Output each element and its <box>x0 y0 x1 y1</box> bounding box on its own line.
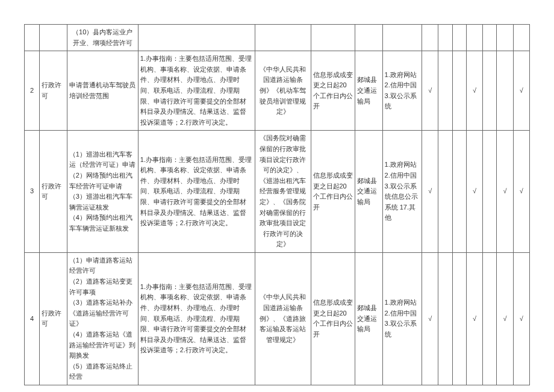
cell-items: （10）县内客运业户开业、增项经营许可 <box>67 25 138 51</box>
cell-num: 3 <box>25 131 40 253</box>
cell-law: 《中华人民共和国道路运输条例》、《道路旅客运输及客运站管理规定》 <box>255 252 311 385</box>
cell-type: 行政许可 <box>40 131 67 253</box>
table-row: 3 行政许可 （1）巡游出租汽车客运（经营许可证）申请 （2）网络预约出租汽车经… <box>25 131 530 253</box>
cell-check: √ <box>497 252 513 385</box>
cell-num: 4 <box>25 252 40 385</box>
cell-check: √ <box>466 131 482 253</box>
cell-check <box>483 131 497 253</box>
table-row: 2 行政许可 申请普通机动车驾驶员培训经营范围 1.办事指南：主要包括适用范围、… <box>25 51 530 131</box>
cell-check <box>483 51 497 131</box>
cell-guide <box>138 25 255 51</box>
cell-org: 郯城县交通运输局 <box>355 51 382 131</box>
cell-type: 行政许可 <box>40 252 67 385</box>
cell-check <box>466 25 482 51</box>
table-row: （10）县内客运业户开业、增项经营许可 <box>25 25 530 51</box>
cell-check: √ <box>497 131 513 253</box>
cell-check <box>497 51 513 131</box>
cell-type: 行政许可 <box>40 51 67 131</box>
cell-num <box>25 25 40 51</box>
cell-channel: 1.政府网站 2.信用中国 3.双公示系统 <box>382 252 422 385</box>
cell-check: √ <box>513 51 529 131</box>
cell-type <box>40 25 67 51</box>
cell-check <box>483 252 497 385</box>
cell-check: √ <box>466 51 482 131</box>
data-table: （10）县内客运业户开业、增项经营许可 2 行政许可 申请普通机动车驾驶员培训经… <box>24 24 530 385</box>
table-row: 4 行政许可 （1）申请道路客运站经营许可 （2）道路客运站变更许可事项 （3）… <box>25 252 530 385</box>
cell-guide: 1.办事指南：主要包括适用范围、受理机构、事项名称、设定依据、申请条件、办理材料… <box>138 131 255 253</box>
cell-items: （1）巡游出租汽车客运（经营许可证）申请 （2）网络预约出租汽车经营许可证申请 … <box>67 131 138 253</box>
cell-check: √ <box>466 252 482 385</box>
cell-check <box>438 252 452 385</box>
cell-time <box>311 25 355 51</box>
cell-check <box>438 25 452 51</box>
cell-check <box>438 131 452 253</box>
cell-org: 郯城县交通运输局 <box>355 131 382 253</box>
cell-check <box>438 51 452 131</box>
cell-check <box>452 252 466 385</box>
cell-check: √ <box>422 131 438 253</box>
cell-law: 《中华人民共和国道路运输条例》《机动车驾驶员培训管理规定》 <box>255 51 311 131</box>
cell-guide: 1.办事指南：主要包括适用范围、受理机构、事项名称、设定依据、申请条件、办理材料… <box>138 252 255 385</box>
cell-items: 申请普通机动车驾驶员培训经营范围 <box>67 51 138 131</box>
cell-time: 信息形成或变更之日起20个工作日内公开 <box>311 252 355 385</box>
cell-channel: 1.政府网站 2.信用中国 3.双公示系统 <box>382 51 422 131</box>
cell-channel <box>382 25 422 51</box>
cell-check <box>422 25 438 51</box>
cell-channel: 1.政府网站 2.信用中国 3.双公示系统信息公示系统 17.其他 <box>382 131 422 253</box>
cell-org: 郯城县交通运输局 <box>355 252 382 385</box>
cell-num: 2 <box>25 51 40 131</box>
cell-check <box>513 25 529 51</box>
cell-check <box>452 25 466 51</box>
cell-items: （1）申请道路客运站经营许可 （2）道路客运站变更许可事项 （3）道路客运站补办… <box>67 252 138 385</box>
document-page: （10）县内客运业户开业、增项经营许可 2 行政许可 申请普通机动车驾驶员培训经… <box>0 0 554 392</box>
cell-check <box>452 131 466 253</box>
cell-check <box>452 51 466 131</box>
cell-time: 信息形成或变更之日起20个工作日内公开 <box>311 131 355 253</box>
cell-check: √ <box>422 51 438 131</box>
cell-guide: 1.办事指南：主要包括适用范围、受理机构、事项名称、设定依据、申请条件、办理材料… <box>138 51 255 131</box>
cell-check: √ <box>513 131 529 253</box>
cell-law: 《国务院对确需保留的行政审批项目设定行政许可的决定》、《巡游出租汽车经营服务管理… <box>255 131 311 253</box>
cell-check <box>497 25 513 51</box>
cell-org <box>355 25 382 51</box>
cell-check <box>483 25 497 51</box>
cell-time: 信息形成或变更之日起20个工作日内公开 <box>311 51 355 131</box>
cell-check: √ <box>422 252 438 385</box>
cell-check: √ <box>513 252 529 385</box>
cell-law <box>255 25 311 51</box>
